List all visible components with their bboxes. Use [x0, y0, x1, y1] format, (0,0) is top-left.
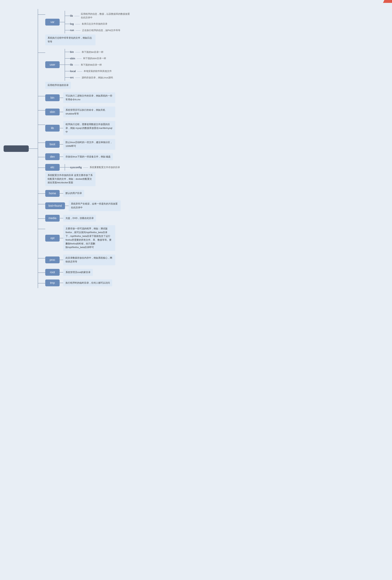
branch-row-etc: etcsysconfig——系统重要配置文件存放的目录系统配置文件存放的目录 这…: [38, 164, 131, 186]
sub-label-run: run: [70, 29, 74, 32]
node-desc-row-lib: lib程序执行过程，需要使用数据文件放置的目录，例如 mysql 的数据库放置在…: [45, 121, 115, 135]
sub-desc-sbin: 和下面的sbin目录一样: [83, 57, 106, 60]
h-line-tmp: [38, 283, 45, 284]
sub-desc-run: 正在执行程序的信息，如Pid文件等等: [82, 29, 120, 32]
node-box-home: home: [45, 190, 60, 197]
desc-box-home: 默认的用户目录: [63, 190, 84, 197]
sub-row-lib: lib——和下面的lib目录一样: [65, 63, 113, 67]
sub-h-line-bin: [65, 52, 70, 52]
sub-label-sysconfig: sysconfig: [70, 166, 82, 169]
sub-desc-lib: 应用程序的信息，数据，以及数据库的数据放置在此目录中: [81, 12, 131, 19]
sub-desc-log: 各类日志文件存放的目录: [82, 22, 107, 26]
node-box-media: media: [45, 215, 60, 222]
sub-label-local: local: [70, 70, 76, 73]
sub-label-src: src: [70, 76, 74, 79]
branch-row-user: userbin——和下面的bin目录一样sbin——和下面的sbin目录一样li…: [38, 49, 131, 89]
sub-dash-local: ——: [77, 70, 82, 73]
desc-box-dev: 存放在linux下面的一些设备文件，例如 磁盘: [63, 153, 113, 160]
desc-box-boot: 防止linux启动时的一些文件，建议单独分区，100M即可: [63, 139, 115, 150]
h-line-opt: [38, 229, 45, 229]
sub-row-sbin: sbin——和下面的sbin目录一样: [65, 57, 113, 60]
sub-dash-run: ——: [76, 29, 81, 32]
branch-row-tmp: tmp执行程序时的临时目录，任何人都可以访问: [38, 280, 131, 287]
h-line-user: [38, 52, 45, 53]
sub-desc-lib: 和下面的lib目录一样: [81, 63, 102, 67]
node-desc-row-proc: proc此目录数据存放在内存中，例如系统核心，网络状态等等: [45, 255, 115, 265]
desc-box-sbin: 系统管理员可以执行的命令，例如关机shutdow等等: [63, 107, 115, 117]
h-line-bin: [38, 96, 45, 96]
content-wrapper-media: media光盘，DVD，挂载在此目录: [45, 215, 96, 222]
node-desc-row-opt: opt主要存放一些可选的程序，例如：测试版firefox，就可以装到/opt/f…: [45, 225, 115, 251]
content-wrapper-var: varlib——应用程序的信息，数据，以及数据库的数据放置在此目录中log——各…: [45, 11, 131, 45]
node-desc-row-root: root系统管理员root的家目录: [45, 269, 93, 276]
h-line-etc: [38, 167, 45, 168]
h-line-home: [38, 193, 45, 194]
sub-h-line-log: [65, 24, 70, 24]
node-h-line2-media: [60, 218, 63, 218]
sub-h-line-src: [65, 77, 70, 78]
sub-row-local: local——本地安装的软件和其他文件: [65, 69, 113, 73]
sub-label-lib: lib: [70, 14, 73, 17]
h-line-proc: [38, 258, 45, 259]
node-desc-row-bin: bin可以执行二进制文件的目录，例如系统的一些常用命令ln,mv: [45, 92, 115, 103]
sub-dash-bin: ——: [75, 50, 80, 53]
sub-row-lib: lib——应用程序的信息，数据，以及数据库的数据放置在此目录中: [65, 12, 131, 19]
node-h-line2-dev: [60, 156, 63, 157]
root-h-line: [29, 148, 38, 149]
desc-box-media: 光盘，DVD，挂载在此目录: [63, 215, 96, 222]
branch-row-sbin: sbin系统管理员可以执行的命令，例如关机shutdow等等: [38, 107, 131, 117]
node-desc-row-var: varlib——应用程序的信息，数据，以及数据库的数据放置在此目录中log——各…: [45, 11, 131, 33]
node-h-line-etc: [60, 167, 65, 167]
node-h-line2-root: [60, 272, 63, 273]
content-wrapper-root: root系统管理员root的家目录: [45, 269, 93, 276]
branch-row-home: home默认的用户目录: [38, 190, 131, 197]
branch-row-bin: bin可以执行二进制文件的目录，例如系统的一些常用命令ln,mv: [38, 92, 131, 103]
desc-box-user: 应用程序存放的目录: [45, 82, 71, 89]
node-h-line-var: [60, 22, 65, 22]
sub-dash-lib: ——: [74, 14, 79, 17]
sub-wrapper-user: bin——和下面的bin目录一样sbin——和下面的sbin目录一样lib——和…: [65, 49, 113, 81]
sub-h-line-sbin: [65, 58, 70, 59]
node-desc-row-etc: etcsysconfig——系统重要配置文件存放的目录: [45, 164, 120, 171]
node-h-line2-lost+found: [65, 206, 69, 206]
node-desc-row-tmp: tmp执行程序时的临时目录，任何人都可以访问: [45, 280, 112, 287]
node-box-bin: bin: [45, 94, 60, 101]
node-desc-row-user: userbin——和下面的bin目录一样sbin——和下面的sbin目录一样li…: [45, 49, 113, 81]
node-h-line2-proc: [60, 260, 63, 260]
sub-h-line-run: [65, 30, 70, 30]
sub-row-sysconfig: sysconfig——系统重要配置文件存放的目录: [65, 165, 120, 169]
node-desc-row-sbin: sbin系统管理员可以执行的命令，例如关机shutdow等等: [45, 107, 115, 117]
h-line-var: [38, 14, 45, 15]
sub-wrapper-var: lib——应用程序的信息，数据，以及数据库的数据放置在此目录中log——各类日志…: [65, 11, 131, 33]
branch-row-media: media光盘，DVD，挂载在此目录: [38, 215, 131, 222]
sub-list-etc: sysconfig——系统重要配置文件存放的目录: [65, 164, 120, 170]
node-h-line2-sbin: [60, 112, 63, 112]
desc-box-tmp: 执行程序时的临时目录，任何人都可以访问: [63, 280, 112, 287]
node-box-boot: boot: [45, 141, 60, 148]
branch-row-boot: boot防止linux启动时的一些文件，建议单独分区，100M即可: [38, 139, 131, 150]
sub-desc-local: 本地安装的软件和其他文件: [84, 69, 112, 73]
sub-row-bin: bin——和下面的bin目录一样: [65, 50, 113, 54]
sub-label-sbin: sbin: [70, 57, 75, 60]
node-box-tmp: tmp: [45, 280, 60, 286]
sub-h-line-local: [65, 71, 70, 71]
node-h-line2-bin: [60, 98, 63, 98]
sub-h-line-lib: [65, 65, 70, 65]
sub-h-line-lib: [65, 16, 70, 16]
sub-list-user: bin——和下面的bin目录一样sbin——和下面的sbin目录一样lib——和…: [65, 49, 113, 81]
h-line-root: [38, 273, 45, 273]
content-wrapper-bin: bin可以执行二进制文件的目录，例如系统的一些常用命令ln,mv: [45, 92, 115, 103]
h-line-dev: [38, 157, 45, 157]
content-wrapper-lib: lib程序执行过程，需要使用数据文件放置的目录，例如 mysql 的数据库放置在…: [45, 121, 115, 135]
content-wrapper-tmp: tmp执行程序时的临时目录，任何人都可以访问: [45, 280, 112, 287]
sub-desc-bin: 和下面的bin目录一样: [82, 50, 103, 54]
content-wrapper-opt: opt主要存放一些可选的程序，例如：测试版firefox，就可以装到/opt/f…: [45, 225, 115, 251]
node-h-line2-boot: [60, 144, 63, 145]
sub-dash-log: ——: [75, 22, 80, 25]
node-desc-row-home: home默认的用户目录: [45, 190, 84, 197]
desc-box-root: 系统管理员root的家目录: [63, 269, 93, 276]
desc-box-opt: 主要存放一些可选的程序，例如：测试版firefox，就可以装到/opt/fire…: [63, 225, 115, 251]
content-wrapper-home: home默认的用户目录: [45, 190, 84, 197]
h-line-lost+found: [38, 204, 45, 204]
sub-h-line-sysconfig: [65, 167, 70, 167]
